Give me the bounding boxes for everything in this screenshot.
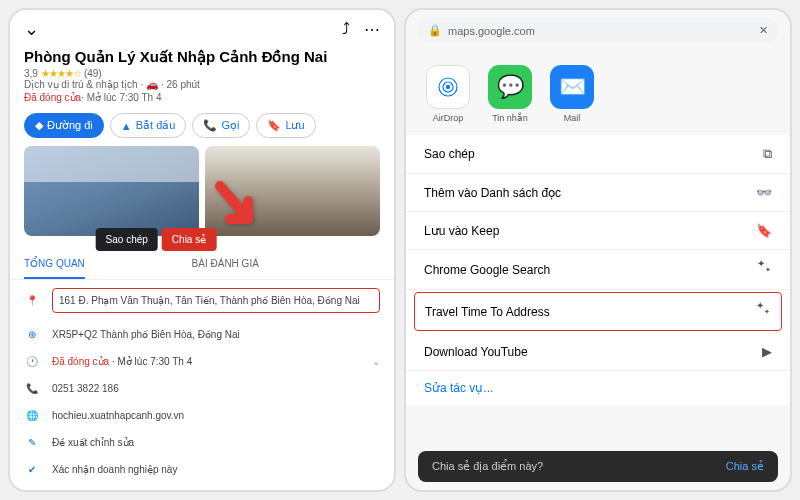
copy-icon: ⧉ <box>763 146 772 162</box>
share-icon[interactable]: ⤴ <box>342 20 350 39</box>
photo-1[interactable] <box>24 146 199 236</box>
address-highlighted[interactable]: 161 Đ. Phạm Văn Thuận, Tân Tiến, Thành p… <box>52 288 380 313</box>
plus-code[interactable]: XR5P+Q2 Thành phố Biên Hòa, Đồng Nai <box>52 329 240 340</box>
play-icon: ▶ <box>762 344 772 359</box>
phone-icon: 📞 <box>24 383 40 394</box>
messages-icon: 💬 <box>488 65 532 109</box>
summary-heading: Tóm tắt đánh giá <box>24 491 104 492</box>
verify-icon: ✔ <box>24 464 40 475</box>
tab-reviews[interactable]: BÀI ĐÁNH GIÁ <box>192 250 259 279</box>
place-title: Phòng Quản Lý Xuất Nhập Cảnh Đồng Nai <box>10 48 394 68</box>
clock-icon: 🕐 <box>24 356 40 367</box>
context-tooltip: Sao chép Chia sẻ <box>94 228 219 251</box>
airdrop-icon <box>426 65 470 109</box>
sparkle-icon <box>758 261 772 278</box>
collapse-icon[interactable]: ⌄ <box>24 18 39 40</box>
svg-point-2 <box>446 85 450 89</box>
pencil-icon: ✎ <box>24 437 40 448</box>
directions-button[interactable]: ◆ Đường đi <box>24 113 104 138</box>
action-travel-time-highlighted[interactable]: Travel Time To Address <box>414 292 782 331</box>
tab-overview[interactable]: TỔNG QUAN <box>24 250 85 279</box>
close-icon[interactable]: ✕ <box>759 24 768 37</box>
hours-row[interactable]: Đã đóng cửa · Mở lúc 7:30 Th 4 <box>52 356 192 367</box>
toast-share-button[interactable]: Chia sẻ <box>726 460 764 473</box>
action-chrome-search[interactable]: Chrome Google Search <box>406 250 790 290</box>
action-reading-list[interactable]: Thêm vào Danh sách đọc👓 <box>406 174 790 212</box>
bookmark-icon: 🔖 <box>756 223 772 238</box>
pin-icon: 📍 <box>24 295 40 306</box>
url-bar[interactable]: 🔒 maps.google.com ✕ <box>418 18 778 43</box>
copy-option[interactable]: Sao chép <box>96 228 158 251</box>
action-keep[interactable]: Lưu vào Keep🔖 <box>406 212 790 250</box>
messages-app[interactable]: 💬 Tin nhắn <box>488 65 532 123</box>
chevron-down-icon: ⌄ <box>372 356 380 367</box>
action-download-youtube[interactable]: Download YouTube▶ <box>406 333 790 371</box>
edit-row[interactable]: Đề xuất chỉnh sửa <box>52 437 134 448</box>
edit-actions-link[interactable]: Sửa tác vụ... <box>406 371 790 405</box>
left-phone: ⌄ ⤴ ⋯ Phòng Quản Lý Xuất Nhập Cảnh Đồng … <box>8 8 396 492</box>
stars-icon: ★★★★☆ <box>41 68 81 79</box>
website-row[interactable]: hochieu.xuatnhapcanh.gov.vn <box>52 410 184 421</box>
status-line: Đã đóng cửa· Mở lúc 7:30 Th 4 <box>10 90 394 105</box>
mail-app[interactable]: ✉️ Mail <box>550 65 594 123</box>
action-copy[interactable]: Sao chép⧉ <box>406 135 790 174</box>
red-arrow-annotation <box>210 181 260 231</box>
sparkle-icon <box>757 303 771 320</box>
mail-icon: ✉️ <box>550 65 594 109</box>
globe-icon: 🌐 <box>24 410 40 421</box>
phone-row[interactable]: 0251 3822 186 <box>52 383 119 394</box>
photo-strip[interactable]: Sao chép Chia sẻ <box>10 146 394 236</box>
right-phone: 🔒 maps.google.com ✕ AirDrop 💬 Tin nhắn ✉… <box>404 8 792 492</box>
call-button[interactable]: 📞 Gọi <box>192 113 250 138</box>
airdrop-app[interactable]: AirDrop <box>426 65 470 123</box>
category-line: Dịch vụ di trú & nhập tịch· 🚗 · 26 phút <box>10 79 394 90</box>
share-option[interactable]: Chia sẻ <box>162 228 216 251</box>
bottom-toast: Chia sẻ địa điểm này? Chia sẻ <box>418 451 778 482</box>
glasses-icon: 👓 <box>756 185 772 200</box>
more-icon[interactable]: ⋯ <box>364 20 380 39</box>
save-button[interactable]: 🔖 Lưu <box>256 113 315 138</box>
pluscode-icon: ⊕ <box>24 329 40 340</box>
verify-row[interactable]: Xác nhận doanh nghiệp này <box>52 464 177 475</box>
rating-line: 3,9 ★★★★☆ (49) <box>10 68 394 79</box>
start-button[interactable]: ▲ Bắt đầu <box>110 113 187 138</box>
lock-icon: 🔒 <box>428 24 442 37</box>
